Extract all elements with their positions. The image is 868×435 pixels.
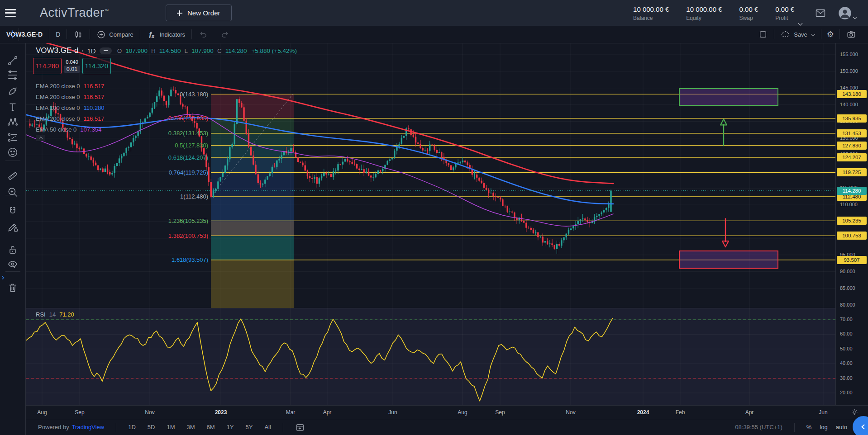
fib-price-label: 119.725 — [837, 168, 867, 176]
rsi-tick: 30.00 — [840, 375, 853, 381]
fib-price-label: 105.235 — [837, 217, 867, 225]
magnet-icon[interactable] — [6, 205, 19, 218]
sell-button[interactable]: 114.280 — [33, 58, 62, 74]
fib-price-label: 135.935 — [837, 114, 867, 123]
svg-text:0.764(119.725): 0.764(119.725) — [169, 169, 208, 176]
price-scale[interactable]: 155.000150.000145.000140.000135.000130.0… — [835, 43, 868, 405]
trend-line-icon[interactable] — [6, 54, 19, 67]
layout-select-button[interactable] — [752, 28, 774, 40]
legend-symbol[interactable]: VOW3.GE-d — [36, 46, 78, 55]
ruler-icon[interactable] — [6, 170, 19, 182]
range-5y[interactable]: 5Y — [246, 424, 253, 430]
remove-all-icon[interactable] — [6, 281, 19, 294]
range-1d[interactable]: 1D — [128, 424, 136, 430]
session-clock[interactable]: 08:39:55 (UTC+1) — [735, 424, 782, 430]
emoji-icon[interactable] — [6, 146, 19, 159]
indicator-collapse-button[interactable] — [36, 135, 45, 141]
rsi-legend: RSI 14 71.20 — [36, 311, 74, 318]
chart-style-button[interactable] — [67, 28, 90, 40]
profit-dropdown-icon[interactable] — [798, 21, 803, 26]
mail-icon[interactable] — [815, 8, 826, 19]
lock-all-icon[interactable] — [6, 243, 19, 256]
settings-gear-icon[interactable]: ⚙ — [821, 29, 839, 39]
chart-region[interactable]: 0(143.180)0.236(135.935)0.382(131.453)0.… — [26, 43, 868, 435]
range-1y[interactable]: 1Y — [227, 424, 234, 430]
scale-mode-%[interactable]: % — [806, 424, 812, 430]
fib-price-label: 127.830 — [837, 142, 867, 150]
range-1m[interactable]: 1M — [167, 424, 175, 430]
svg-text:1(112.480): 1(112.480) — [180, 193, 208, 200]
scale-mode-auto[interactable]: auto — [836, 424, 847, 430]
svg-text:0.5(127.830): 0.5(127.830) — [175, 142, 208, 149]
save-dropdown-icon — [811, 33, 815, 36]
price-tick: 155.000 — [840, 52, 858, 57]
rsi-tick: 70.00 — [840, 317, 853, 322]
legend-collapse-button[interactable] — [100, 47, 112, 54]
indicators-button[interactable]: ƒx Indicators — [140, 28, 191, 40]
price-tick: 80.000 — [840, 302, 855, 307]
new-order-button[interactable]: New Order — [166, 5, 232, 21]
range-6m[interactable]: 6M — [207, 424, 215, 430]
svg-text:1.236(105.235): 1.236(105.235) — [168, 218, 208, 224]
fib-price-label: 124.207 — [837, 153, 867, 161]
time-tick: Feb — [676, 409, 685, 416]
drawing-lock-icon[interactable] — [6, 221, 19, 233]
indicator-row[interactable]: EMA 200 close 0116.517 — [36, 113, 105, 124]
forecast-icon[interactable] — [6, 131, 19, 144]
axis-settings-icon[interactable] — [851, 408, 858, 418]
redo-button[interactable] — [214, 28, 236, 40]
crosshair-mode-icon[interactable] — [6, 28, 19, 41]
spread-value: 0.040 — [66, 59, 78, 65]
svg-text:0.382(131.453): 0.382(131.453) — [168, 130, 208, 137]
menu-icon[interactable] — [5, 9, 16, 17]
interval-button[interactable]: D — [49, 28, 67, 40]
user-avatar[interactable] — [838, 6, 856, 20]
indicator-legend: EMA 200 close 0116.517EMA 200 close 0116… — [36, 80, 105, 135]
compare-button[interactable]: Compare — [90, 28, 139, 40]
indicator-row[interactable]: EMA 50 close 0107.354 — [36, 124, 105, 135]
buy-button[interactable]: 114.320 — [82, 58, 111, 74]
lot-size-field[interactable]: 0.01 — [64, 66, 80, 73]
range-all[interactable]: All — [264, 424, 271, 430]
indicator-row[interactable]: EMA 200 close 0116.517 — [36, 91, 105, 102]
time-tick: Mar — [286, 409, 296, 416]
stat-profit: 0.00 €Profit — [775, 5, 794, 21]
hide-all-icon[interactable] — [6, 258, 19, 270]
price-chart[interactable]: 0(143.180)0.236(135.935)0.382(131.453)0.… — [26, 43, 835, 405]
range-5d[interactable]: 5D — [148, 424, 155, 430]
fib-retracement-icon[interactable] — [6, 69, 19, 81]
zoom-in-icon[interactable] — [6, 186, 19, 199]
tradingview-link[interactable]: TradingView — [72, 424, 105, 430]
activtrader-app: ActivTrader™ New Order 10 000.00 €Balanc… — [0, 0, 868, 435]
xabcd-pattern-icon[interactable] — [6, 116, 19, 128]
redo-icon — [220, 30, 230, 39]
chevron-left-icon — [859, 422, 868, 431]
time-tick: Sep — [75, 409, 84, 416]
sidebar-divider — [5, 195, 20, 195]
svg-text:1.382(100.753): 1.382(100.753) — [168, 232, 208, 239]
sidebar-divider — [5, 161, 20, 161]
time-axis[interactable]: AugSepNov2023MarAprJunAugSepNov2024FebAp… — [26, 405, 868, 419]
svg-text:0(143.180): 0(143.180) — [180, 91, 208, 98]
price-tick: 150.000 — [840, 68, 858, 74]
ohlc-values: O107.900H114.580L107.900C114.280+5.880 (… — [117, 47, 297, 54]
indicator-row[interactable]: EMA 100 close 0110.280 — [36, 102, 105, 113]
save-layout-button[interactable]: Save — [774, 28, 821, 40]
indicator-row[interactable]: EMA 200 close 0116.517 — [36, 80, 105, 91]
price-tick: 140.000 — [840, 102, 858, 107]
sidebar-expand-chevron[interactable] — [0, 272, 6, 284]
time-tick: 2023 — [215, 409, 227, 416]
scale-mode-log[interactable]: log — [820, 424, 827, 430]
go-to-date-icon[interactable] — [295, 422, 305, 432]
snapshot-button[interactable] — [840, 28, 863, 40]
range-3m[interactable]: 3M — [187, 424, 195, 430]
sidebar-divider — [5, 271, 20, 272]
price-tick: 145.000 — [840, 85, 858, 90]
brush-icon[interactable] — [6, 85, 19, 98]
undo-button[interactable] — [192, 28, 214, 40]
rsi-tick: 40.00 — [840, 360, 853, 366]
text-tool-icon[interactable] — [6, 101, 19, 113]
time-tick: Sep — [495, 409, 505, 416]
time-tick: Jun — [819, 409, 827, 416]
fx-icon: ƒx — [147, 29, 157, 39]
